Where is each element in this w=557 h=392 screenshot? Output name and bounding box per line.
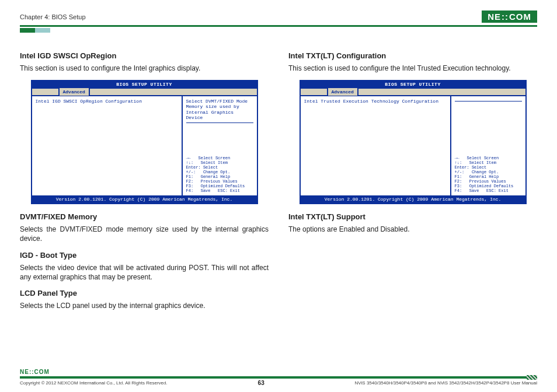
chapter-title: Chapter 4: BIOS Setup	[20, 13, 86, 20]
bios-screenshot-left: BIOS SETUP UTILITY Advanced Intel IGD SW…	[31, 80, 258, 204]
bios-keys: →← Select Screen ↑↓: Select Item Enter: …	[186, 156, 253, 193]
bios-row: DVMT/FIXED Memory[256MB]	[36, 106, 178, 111]
section-text: Selects the video device that will be ac…	[20, 263, 269, 282]
section-heading: Intel TXT(LT) Configuration	[288, 51, 537, 60]
bios-version: Version 2.00.1201. Copyright (C) 2009 Am…	[32, 195, 257, 203]
bios-row: Intel TXT(LT) Support[Disabled]	[304, 106, 447, 111]
header-accent	[20, 28, 537, 33]
section-text: Selects the LCD panel used by the intern…	[20, 301, 269, 310]
bios-row: IGD - Boot Type[CRT + DVI]	[36, 111, 178, 116]
left-column: Intel IGD SWSCI OpRegion This section is…	[20, 46, 269, 317]
section-text: This section is used to configure the In…	[20, 64, 269, 73]
bios-left-pane: Intel IGD SWSCI OpRegion Configuration D…	[32, 96, 183, 195]
bios-title: BIOS SETUP UTILITY	[32, 81, 257, 88]
bios-right-pane: →← Select Screen ↑↓: Select Item Enter: …	[451, 96, 525, 195]
section-text: Selects the DVMT/FIXED mode memory size …	[20, 225, 269, 243]
logo: NE::COM	[482, 10, 537, 23]
bios-tab: Advanced	[327, 88, 358, 96]
bios-version: Version 2.00.1201. Copyright (C) 2009 Am…	[301, 195, 525, 203]
section-heading: DVMT/FIXED Memory	[20, 212, 269, 221]
section-text: This section is used to configure the In…	[288, 64, 537, 73]
right-column: Intel TXT(LT) Configuration This section…	[288, 46, 537, 317]
bios-left-pane: Intel Trusted Execution Technology Confi…	[301, 96, 451, 195]
bios-help-text: Select DVMT/FIXED Mode Memory size used …	[186, 99, 253, 120]
section-heading: LCD Panel Type	[20, 289, 269, 298]
copyright: Copyright © 2012 NEXCOM International Co…	[20, 380, 168, 386]
bios-tab: Advanced	[58, 88, 90, 96]
bios-screenshot-right: BIOS SETUP UTILITY Advanced Intel Truste…	[300, 80, 527, 204]
page-number: 63	[258, 380, 264, 386]
footer-logo: NE::COM	[20, 369, 537, 375]
section-heading: Intel IGD SWSCI OpRegion	[20, 51, 269, 60]
section-text: The options are Enabled and Disabled.	[288, 225, 537, 234]
bios-right-pane: Select DVMT/FIXED Mode Memory size used …	[183, 96, 257, 195]
bios-pane-heading: Intel Trusted Execution Technology Confi…	[304, 99, 447, 104]
footer: NE::COM Copyright © 2012 NEXCOM Internat…	[0, 369, 557, 386]
bios-row: LCD Panel Type[VBIOS Default]	[36, 116, 178, 121]
header-rule	[20, 25, 537, 27]
bios-keys: →← Select Screen ↑↓: Select Item Enter: …	[455, 156, 522, 193]
manual-title: NViS 3540/3540H/3540P4/3540P8 and NViS 3…	[355, 380, 537, 386]
section-heading: IGD - Boot Type	[20, 251, 269, 260]
bios-pane-heading: Intel IGD SWSCI OpRegion Configuration	[36, 99, 178, 104]
bios-title: BIOS SETUP UTILITY	[301, 81, 525, 88]
section-heading: Intel TXT(LT) Support	[288, 212, 537, 221]
